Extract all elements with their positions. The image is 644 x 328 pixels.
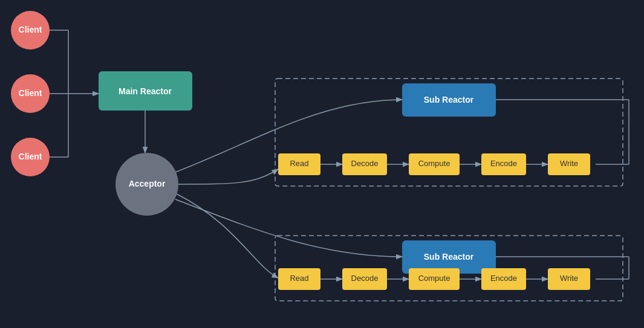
write1-label: Write [560, 159, 578, 168]
client2-node [11, 74, 50, 113]
read1-label: Read [290, 159, 308, 168]
diagram-canvas: Client Client Client Main Reactor Accept… [0, 0, 644, 328]
acceptor-node [115, 153, 178, 216]
client1-node [11, 11, 50, 50]
encode1-label: Encode [490, 159, 517, 168]
write2-label: Write [560, 274, 578, 283]
decode2-label: Decode [351, 274, 379, 283]
encode2-label: Encode [490, 274, 517, 283]
read2-label: Read [290, 274, 308, 283]
compute2-label: Compute [418, 274, 450, 283]
decode1-label: Decode [351, 159, 379, 168]
main-reactor-node [99, 71, 192, 111]
client3-node [11, 138, 50, 176]
compute1-label: Compute [418, 159, 450, 168]
sub-reactor1-node [402, 83, 496, 117]
